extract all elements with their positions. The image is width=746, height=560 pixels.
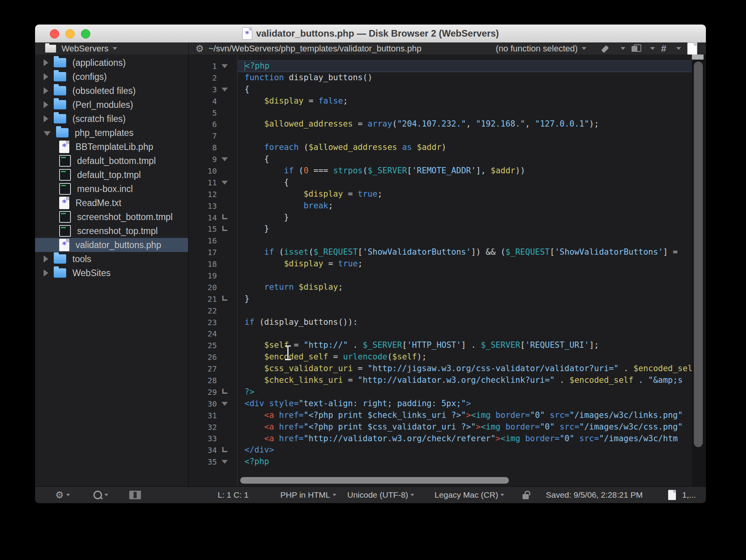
tree-item-screenshot-bottom-tmpl[interactable]: screenshot_bottom.tmpl bbox=[35, 210, 188, 224]
code-editor[interactable]: <?phpfunction display_buttons(){ $displa… bbox=[238, 55, 692, 487]
code-line-34[interactable]: </div> bbox=[238, 444, 692, 456]
disclosure-triangle-icon[interactable] bbox=[44, 269, 48, 276]
documents-stack-icon[interactable] bbox=[632, 44, 640, 53]
gutter-row: 11 bbox=[189, 177, 237, 188]
disclosure-triangle-icon[interactable] bbox=[44, 59, 48, 66]
chevron-down-icon[interactable] bbox=[621, 47, 625, 50]
tree-item-websites[interactable]: WebSites bbox=[35, 266, 188, 280]
disclosure-triangle-icon[interactable] bbox=[44, 115, 48, 122]
code-line-23[interactable]: if (display_buttons()): bbox=[238, 317, 692, 328]
tree-item-bbtemplatelib-php[interactable]: *BBTemplateLib.php bbox=[35, 140, 188, 154]
tree-item--obsoleted-files-[interactable]: (obsoleted files) bbox=[35, 84, 188, 98]
tree-item--scratch-files-[interactable]: (scratch files) bbox=[35, 112, 188, 126]
code-line-7[interactable] bbox=[238, 130, 692, 142]
tree-item-default-bottom-tmpl[interactable]: default_bottom.tmpl bbox=[35, 154, 188, 168]
disclosure-triangle-icon[interactable] bbox=[44, 101, 48, 108]
code-line-8[interactable]: foreach ($allowed_addresses as $addr) bbox=[238, 142, 692, 153]
gear-icon[interactable]: ⚙ bbox=[195, 43, 204, 54]
tree-item-readme-txt[interactable]: *ReadMe.txt bbox=[35, 196, 188, 210]
lock-toggle[interactable] bbox=[523, 487, 529, 503]
fold-open-icon[interactable] bbox=[222, 88, 228, 92]
gutter-row: 32 bbox=[189, 421, 237, 433]
code-line-4[interactable]: $display = false; bbox=[238, 95, 692, 107]
tree-item-default-top-tmpl[interactable]: default_top.tmpl bbox=[35, 168, 188, 182]
chevron-down-icon[interactable] bbox=[676, 47, 681, 50]
tree-item-php-templates[interactable]: php_templates bbox=[35, 126, 188, 140]
sidebar-toggle[interactable] bbox=[129, 487, 141, 503]
code-line-24[interactable] bbox=[238, 328, 692, 340]
status-gear-menu[interactable]: ⚙ bbox=[55, 487, 70, 503]
code-line-27[interactable]: $css_validator_uri = "http://jigsaw.w3.o… bbox=[238, 363, 692, 375]
tree-item-screenshot-top-tmpl[interactable]: screenshot_top.tmpl bbox=[35, 224, 188, 238]
code-line-19[interactable] bbox=[238, 270, 692, 282]
horizontal-scrollbar-thumb[interactable] bbox=[240, 477, 509, 484]
disclosure-triangle-icon[interactable] bbox=[44, 87, 48, 94]
function-selector[interactable]: (no function selected) bbox=[496, 44, 586, 54]
fold-open-icon[interactable] bbox=[222, 181, 228, 185]
code-line-6[interactable]: $allowed_addresses = array("204.107.232.… bbox=[238, 118, 692, 130]
code-line-11[interactable]: { bbox=[238, 177, 692, 188]
disclosure-triangle-icon[interactable] bbox=[44, 255, 48, 262]
code-line-1[interactable]: <?php bbox=[238, 60, 692, 72]
code-line-26[interactable]: $encoded_self = urlencode($self); bbox=[238, 351, 692, 363]
disclosure-triangle-icon[interactable] bbox=[44, 73, 48, 80]
hash-menu-icon[interactable]: # bbox=[661, 43, 666, 54]
code-line-18[interactable]: $display = true; bbox=[238, 258, 692, 270]
status-search-menu[interactable] bbox=[93, 487, 108, 503]
code-line-29[interactable]: ?> bbox=[238, 386, 692, 398]
disclosure-triangle-icon[interactable] bbox=[44, 131, 51, 136]
tree-item--applications-[interactable]: (applications) bbox=[35, 56, 188, 70]
tree-item-menu-box-incl[interactable]: menu-box.incl bbox=[35, 182, 188, 196]
code-line-13[interactable]: break; bbox=[238, 200, 692, 212]
line-number: 31 bbox=[189, 411, 217, 420]
code-line-17[interactable]: if (isset($_REQUEST['ShowValidatorButton… bbox=[238, 247, 692, 258]
marker-pen-icon[interactable] bbox=[602, 44, 611, 53]
code-line-35[interactable]: <?php bbox=[238, 456, 692, 468]
fold-open-icon[interactable] bbox=[222, 460, 228, 464]
code-line-21[interactable]: } bbox=[238, 293, 692, 305]
code-line-16[interactable] bbox=[238, 235, 692, 247]
code-line-22[interactable] bbox=[238, 305, 692, 317]
code-line-12[interactable]: $display = true; bbox=[238, 188, 692, 200]
chevron-down-icon[interactable] bbox=[650, 47, 655, 50]
vertical-scrollbar-thumb[interactable] bbox=[694, 62, 703, 447]
gutter-row: 17 bbox=[189, 247, 237, 258]
code-line-30[interactable]: <div style="text-align: right; padding: … bbox=[238, 398, 692, 410]
code-line-28[interactable]: $check_links_uri = "http://validator.w3.… bbox=[238, 375, 692, 386]
code-line-2[interactable]: function display_buttons() bbox=[238, 72, 692, 84]
code-line-14[interactable]: } bbox=[238, 212, 692, 224]
code-line-32[interactable]: <a href="<?php print $css_validator_uri … bbox=[238, 421, 692, 433]
mouse-ibeam-cursor bbox=[285, 345, 291, 361]
gutter-row: 23 bbox=[189, 317, 237, 328]
new-document-icon[interactable]: * bbox=[687, 42, 697, 55]
status-bar: ⚙ L: 1 C: 1 PHP in HTML Unicode (UTF-8) … bbox=[35, 486, 706, 503]
gutter-row: 9 bbox=[189, 153, 237, 165]
code-line-15[interactable]: } bbox=[238, 223, 692, 235]
code-line-33[interactable]: <a href="http://validator.w3.org/check/r… bbox=[238, 433, 692, 445]
line-number: 23 bbox=[189, 318, 217, 327]
tree-item--configs-[interactable]: (configs) bbox=[35, 70, 188, 84]
code-line-10[interactable]: if (0 === strpos($_SERVER['REMOTE_ADDR']… bbox=[238, 165, 692, 177]
tree-item-validator-buttons-php[interactable]: *validator_buttons.php bbox=[35, 238, 188, 252]
vertical-scrollbar-track[interactable] bbox=[692, 55, 706, 487]
code-line-3[interactable]: { bbox=[238, 84, 692, 95]
root-selector[interactable]: WebServers bbox=[35, 42, 189, 55]
fold-open-icon[interactable] bbox=[222, 64, 228, 68]
document-proxy-icon[interactable]: * bbox=[242, 27, 252, 40]
code-line-5[interactable] bbox=[238, 107, 692, 119]
fold-open-icon[interactable] bbox=[222, 157, 228, 161]
tree-item--perl-modules-[interactable]: (Perl_modules) bbox=[35, 98, 188, 112]
title-bar[interactable]: * validator_buttons.php — Disk Browser 2… bbox=[35, 25, 706, 43]
tree-item-tools[interactable]: tools bbox=[35, 252, 188, 266]
code-line-31[interactable]: <a href="<?php print $check_links_uri ?>… bbox=[238, 410, 692, 421]
encoding-menu[interactable]: Unicode (UTF-8) bbox=[347, 487, 414, 503]
code-line-25[interactable]: $self = "http://" . $_SERVER['HTTP_HOST'… bbox=[238, 340, 692, 351]
fold-open-icon[interactable] bbox=[222, 402, 228, 406]
code-line-20[interactable]: return $display; bbox=[238, 282, 692, 293]
code-line-9[interactable]: { bbox=[238, 153, 692, 165]
language-menu[interactable]: PHP in HTML bbox=[280, 487, 336, 503]
gutter-row: 22 bbox=[189, 305, 237, 317]
fold-end-icon bbox=[222, 296, 227, 301]
folder-icon bbox=[54, 268, 66, 278]
line-ending-menu[interactable]: Legacy Mac (CR) bbox=[435, 487, 504, 503]
